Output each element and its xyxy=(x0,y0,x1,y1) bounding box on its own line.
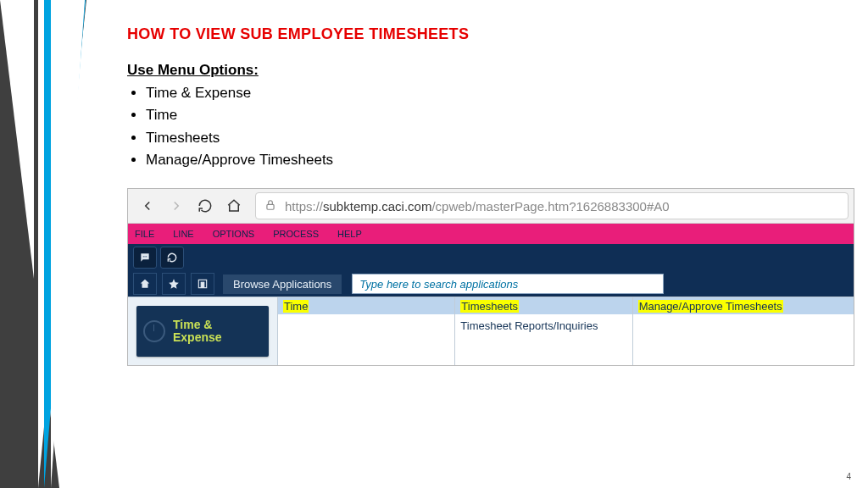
search-applications-input[interactable]: Type here to search applications xyxy=(352,274,664,294)
list-item: Manage/Approve Timesheets xyxy=(146,149,843,171)
browse-applications-label[interactable]: Browse Applications xyxy=(223,274,342,294)
menu-cascade: Time &Expense Time Timesheets Timesheet … xyxy=(128,297,854,365)
tile-label: Time &Expense xyxy=(172,319,223,345)
lock-icon xyxy=(264,199,276,214)
menu-options[interactable]: OPTIONS xyxy=(213,229,255,239)
back-button[interactable] xyxy=(133,191,162,220)
refresh-icon[interactable] xyxy=(160,247,184,269)
chat-icon[interactable] xyxy=(133,247,157,269)
clock-icon xyxy=(143,320,165,342)
browser-toolbar: https://subktemp.caci.com/cpweb/masterPa… xyxy=(128,189,854,224)
favorite-icon[interactable] xyxy=(162,273,186,295)
page-number: 4 xyxy=(846,472,851,481)
dashboard-icon[interactable] xyxy=(191,273,214,295)
forward-button[interactable] xyxy=(162,191,191,220)
home-button[interactable] xyxy=(220,191,248,220)
menu-line[interactable]: LINE xyxy=(173,229,193,239)
menu-file[interactable]: FILE xyxy=(135,229,154,239)
svg-rect-5 xyxy=(201,283,204,288)
home-icon[interactable] xyxy=(133,273,157,295)
url-path: /cpweb/masterPage.htm?1626883300#A0 xyxy=(431,199,669,214)
address-bar[interactable]: https://subktemp.caci.com/cpweb/masterPa… xyxy=(255,192,849,219)
app-tool-row xyxy=(128,244,854,271)
browser-window: https://subktemp.caci.com/cpweb/masterPa… xyxy=(127,188,854,366)
list-item: Time & Expense xyxy=(146,82,843,104)
svg-rect-0 xyxy=(267,204,274,209)
subhead: Use Menu Options: xyxy=(127,62,843,79)
column-manage: Manage/Approve Timesheets xyxy=(632,297,854,365)
url-prefix: https:// xyxy=(285,199,323,214)
svg-point-2 xyxy=(144,257,145,258)
app-nav-row: Browse Applications Type here to search … xyxy=(128,271,854,297)
deco-wedge xyxy=(51,0,85,488)
menu-steps-list: Time & Expense Time Timesheets Manage/Ap… xyxy=(146,82,843,171)
menu-item-timesheet-reports[interactable]: Timesheet Reports/Inquiries xyxy=(455,314,632,365)
col-head-timesheets[interactable]: Timesheets xyxy=(460,300,519,313)
url-host: subktemp.caci.com xyxy=(323,199,431,214)
app-menu-bar: FILE LINE OPTIONS PROCESS HELP xyxy=(128,224,854,244)
column-timesheets: Timesheets Timesheet Reports/Inquiries xyxy=(454,297,632,365)
col-head-time[interactable]: Time xyxy=(283,300,309,313)
tile-time-expense[interactable]: Time &Expense xyxy=(136,306,269,357)
list-item: Time xyxy=(146,104,843,126)
col-head-manage[interactable]: Manage/Approve Timesheets xyxy=(638,300,783,313)
svg-point-3 xyxy=(146,257,147,258)
list-item: Timesheets xyxy=(146,127,843,149)
svg-point-1 xyxy=(143,257,144,258)
reload-button[interactable] xyxy=(191,191,220,220)
page-title: HOW TO VIEW SUB EMPLOYEE TIMESHEETS xyxy=(127,25,843,43)
menu-help[interactable]: HELP xyxy=(337,229,362,239)
menu-process[interactable]: PROCESS xyxy=(273,229,319,239)
column-time: Time xyxy=(277,297,454,365)
